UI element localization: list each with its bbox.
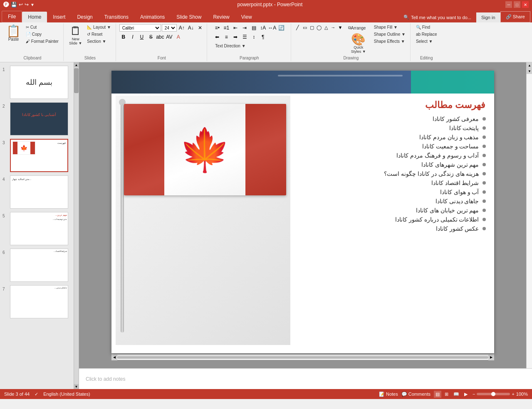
reading-view-btn[interactable]: 📖	[452, 391, 461, 398]
share-btn[interactable]: 🔗 Share	[500, 11, 530, 22]
align-right-btn[interactable]: ➡	[231, 33, 240, 41]
new-slide-btn[interactable]: 🗒 NewSlide ▼	[67, 24, 84, 47]
h-scrollbar-thumb[interactable]	[117, 356, 488, 359]
panel-scroll-thumb[interactable]	[74, 68, 79, 93]
bold-btn[interactable]: B	[119, 33, 128, 41]
shape-effects-btn[interactable]: Shape Effects ▼	[372, 38, 408, 44]
shape-rounded-rect-btn[interactable]: ▢	[309, 24, 315, 31]
customize-quick-btn[interactable]: ▼	[30, 2, 35, 7]
clear-format-btn[interactable]: ✕	[196, 24, 204, 32]
quick-styles-btn[interactable]: 🎨 QuickStyles ▼	[346, 32, 371, 55]
slide-thumb-6[interactable]: 6 شرایط اقتصاد...	[2, 248, 72, 283]
shadow-btn[interactable]: abc	[156, 33, 164, 41]
slide-sorter-btn[interactable]: ⊞	[443, 391, 450, 398]
convert-smartart-btn[interactable]: 🔄	[277, 24, 285, 32]
maximize-btn[interactable]: □	[514, 1, 520, 8]
font-color-btn[interactable]: A	[174, 33, 183, 41]
cut-btn[interactable]: ✂ Cut	[24, 24, 61, 30]
comments-btn[interactable]: 💬 Comments	[401, 392, 431, 397]
col-btn[interactable]: ▤	[250, 24, 258, 32]
v-scroll-down-btn[interactable]: ▼	[527, 68, 532, 74]
reset-btn[interactable]: ↺ Reset	[85, 31, 113, 37]
justify-btn[interactable]: ☰	[240, 33, 249, 41]
bullets-btn[interactable]: ≡•	[213, 24, 221, 32]
font-size-select[interactable]: 24	[162, 24, 177, 32]
decrease-font-btn[interactable]: A↓	[187, 24, 195, 32]
format-painter-btn[interactable]: 🖌 Format Painter	[24, 38, 61, 44]
save-quick-btn[interactable]: 💾	[11, 2, 17, 7]
zoom-in-btn[interactable]: +	[512, 392, 514, 397]
increase-font-btn[interactable]: A↑	[178, 24, 186, 32]
line-spacing-btn[interactable]: ↕	[250, 33, 258, 41]
layout-btn[interactable]: 📐 Layout ▼	[85, 24, 113, 30]
underline-btn[interactable]: U	[138, 33, 146, 41]
panel-scrollbar[interactable]: ▲ ▼	[74, 62, 79, 389]
decrease-indent-btn[interactable]: ⇤	[231, 24, 240, 32]
shape-triangle-btn[interactable]: △	[323, 24, 329, 31]
zoom-level-btn[interactable]: 100%	[516, 392, 528, 397]
zoom-slider[interactable]	[477, 393, 510, 395]
tab-design[interactable]: Design	[71, 12, 98, 22]
toc-item: جاهای دیدنی کانادا	[294, 198, 486, 204]
slide-thumb-3[interactable]: 3 🍁 فهرست	[2, 138, 72, 173]
numbered-btn[interactable]: ≡1	[222, 24, 230, 32]
slide-thumb-4[interactable]: 4 متن اسلاید چهار...	[2, 175, 72, 209]
tell-me-input[interactable]: 🔍 Tell me what you want to do...	[398, 12, 476, 22]
slide-thumb-7[interactable]: 7 جاهای دیدنی...	[2, 284, 72, 319]
arrange-btn[interactable]: ⧉ Arrange	[346, 24, 371, 32]
find-btn[interactable]: 🔍 Find	[414, 24, 439, 30]
panel-scroll-up[interactable]: ▲	[74, 62, 79, 67]
shape-line-btn[interactable]: ╱	[294, 24, 301, 31]
paste-btn[interactable]: 📋 Paste	[4, 24, 23, 43]
slide-thumb-2[interactable]: 2 آشنایی با کشور کانادا	[2, 101, 72, 136]
zoom-slider-thumb[interactable]	[491, 392, 495, 396]
h-scrollbar: ◀ ▶	[111, 354, 494, 360]
align-center-btn[interactable]: ≡	[222, 33, 230, 41]
replace-btn[interactable]: ab Replace	[414, 31, 439, 37]
shape-oval-btn[interactable]: ◯	[316, 24, 322, 31]
shape-more-btn[interactable]: ▼	[337, 24, 344, 31]
slide-thumb-5[interactable]: 5 مهم ترین... متن توضیحات...	[2, 211, 72, 246]
text-direction-btn[interactable]: ↕A	[259, 24, 267, 32]
slide-thumb-1[interactable]: 1 بسم الله	[2, 65, 72, 100]
font-name-select[interactable]: Calibri	[119, 24, 161, 32]
h-scroll-left-btn[interactable]: ◀	[111, 355, 117, 360]
shape-arrow-btn[interactable]: →	[330, 24, 337, 31]
normal-view-btn[interactable]: ▤	[434, 391, 441, 398]
tab-file[interactable]: File	[2, 11, 22, 22]
undo-quick-btn[interactable]: ↩	[19, 2, 23, 7]
redo-quick-btn[interactable]: ↪	[25, 2, 29, 7]
align-left-btn[interactable]: ⬅	[213, 33, 221, 41]
tab-home[interactable]: Home	[22, 12, 47, 22]
panel-scroll-down[interactable]: ▼	[74, 384, 79, 389]
italic-btn[interactable]: I	[129, 33, 137, 41]
increase-indent-btn[interactable]: ⇥	[240, 24, 249, 32]
h-scroll-right-btn[interactable]: ▶	[488, 355, 494, 360]
tab-view[interactable]: View	[235, 12, 258, 22]
tab-insert[interactable]: Insert	[47, 12, 71, 22]
tab-transitions[interactable]: Transitions	[99, 12, 134, 22]
tab-review[interactable]: Review	[207, 12, 235, 22]
copy-btn[interactable]: 📄 Copy	[24, 31, 61, 37]
shape-fill-btn[interactable]: Shape Fill ▼	[372, 24, 408, 30]
shape-outline-btn[interactable]: Shape Outline ▼	[372, 31, 408, 37]
notes-area[interactable]: Click to add notes	[79, 368, 532, 389]
close-btn[interactable]: ✕	[522, 1, 529, 8]
slide-canvas[interactable]: 🍁 فهرست مطالب	[111, 71, 494, 353]
paragraph-btn[interactable]: ¶	[259, 33, 267, 41]
tab-animations[interactable]: Animations	[134, 12, 171, 22]
notes-btn[interactable]: 📝 Notes	[379, 392, 398, 397]
strikethrough-btn[interactable]: S	[147, 33, 155, 41]
slideshow-view-btn[interactable]: ▶	[463, 391, 469, 398]
tab-slideshow[interactable]: Slide Show	[171, 12, 207, 22]
v-scroll-up-btn[interactable]: ▲	[527, 62, 532, 68]
shape-rect-btn[interactable]: ▭	[302, 24, 308, 31]
align-text-btn[interactable]: ↔A	[268, 24, 276, 32]
section-btn[interactable]: Section ▼	[85, 38, 113, 44]
char-spacing-btn[interactable]: AV	[165, 33, 173, 41]
zoom-out-btn[interactable]: −	[473, 392, 475, 397]
select-btn[interactable]: Select ▼	[414, 38, 439, 44]
text-direction-dropdown[interactable]: Text Direction ▼	[213, 43, 247, 49]
minimize-btn[interactable]: ─	[505, 1, 512, 8]
sign-in-btn[interactable]: Sign in	[476, 12, 500, 22]
